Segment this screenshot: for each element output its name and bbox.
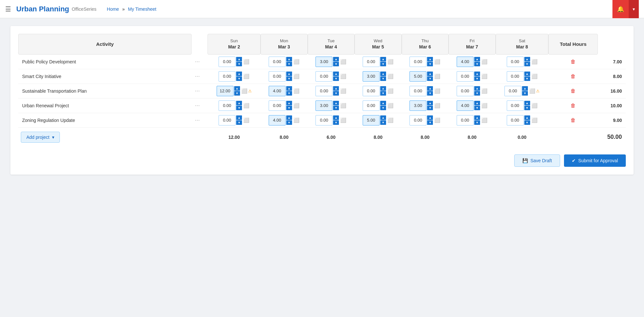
time-input-r0-d0[interactable] xyxy=(219,57,235,67)
spin-down-r3-d2[interactable]: ▼ xyxy=(333,106,339,110)
spin-up-r4-d3[interactable]: ▲ xyxy=(380,115,386,120)
note-icon-r4-d2[interactable]: ⬜ xyxy=(340,117,346,123)
dots-icon[interactable]: ··· xyxy=(195,73,200,79)
note-icon-r3-d5[interactable]: ⬜ xyxy=(481,103,488,109)
note-icon-r0-d1[interactable]: ⬜ xyxy=(293,59,300,65)
note-icon-r2-d3[interactable]: ⬜ xyxy=(387,88,394,94)
spin-up-r4-d4[interactable]: ▲ xyxy=(427,115,433,120)
spin-up-r1-d6[interactable]: ▲ xyxy=(524,72,530,76)
time-input-r3-d2[interactable] xyxy=(315,100,332,111)
spin-up-r0-d0[interactable]: ▲ xyxy=(236,57,242,61)
submit-approval-button[interactable]: ✔ Submit for Approval xyxy=(564,154,626,167)
time-input-r0-d6[interactable] xyxy=(507,57,524,67)
spin-up-r3-d6[interactable]: ▲ xyxy=(524,101,530,105)
spin-up-r4-d2[interactable]: ▲ xyxy=(333,115,339,120)
note-icon-r1-d3[interactable]: ⬜ xyxy=(387,73,394,79)
note-icon-r0-d5[interactable]: ⬜ xyxy=(481,59,488,65)
spin-down-r1-d2[interactable]: ▼ xyxy=(333,76,339,81)
spin-down-r3-d6[interactable]: ▼ xyxy=(524,106,530,110)
spin-down-r4-d4[interactable]: ▼ xyxy=(427,120,433,125)
note-icon-r3-d0[interactable]: ⬜ xyxy=(243,103,249,109)
spin-down-r1-d6[interactable]: ▼ xyxy=(524,76,530,81)
note-icon-r0-d0[interactable]: ⬜ xyxy=(243,59,249,65)
note-icon-r1-d4[interactable]: ⬜ xyxy=(434,73,440,79)
note-icon-r4-d3[interactable]: ⬜ xyxy=(387,117,394,123)
spin-up-r3-d0[interactable]: ▲ xyxy=(236,101,242,105)
time-input-r3-d0[interactable] xyxy=(219,100,235,111)
note-icon-r0-d6[interactable]: ⬜ xyxy=(531,59,538,65)
note-icon-r2-d2[interactable]: ⬜ xyxy=(340,88,346,94)
notification-bell-button[interactable]: 🔔 xyxy=(612,0,629,18)
time-input-r2-d2[interactable] xyxy=(315,86,332,96)
note-icon-r2-d4[interactable]: ⬜ xyxy=(434,88,440,94)
spin-up-r0-d3[interactable]: ▲ xyxy=(380,57,386,61)
time-input-r1-d5[interactable] xyxy=(457,71,474,82)
spin-down-r4-d0[interactable]: ▼ xyxy=(236,120,242,125)
time-input-r2-d1[interactable] xyxy=(269,86,286,96)
time-input-r3-d5[interactable] xyxy=(457,100,474,111)
dots-icon[interactable]: ··· xyxy=(195,102,200,109)
time-input-r0-d4[interactable] xyxy=(409,57,426,67)
note-icon-r2-d0[interactable]: ⬜ xyxy=(241,88,248,94)
save-draft-button[interactable]: 💾 Save Draft xyxy=(514,154,560,167)
spin-up-r4-d5[interactable]: ▲ xyxy=(474,115,480,120)
dots-icon[interactable]: ··· xyxy=(195,87,200,94)
activity-menu-0[interactable]: ··· xyxy=(192,55,208,69)
spin-up-r3-d2[interactable]: ▲ xyxy=(333,101,339,105)
note-icon-r3-d4[interactable]: ⬜ xyxy=(434,103,440,109)
spin-down-r3-d4[interactable]: ▼ xyxy=(427,106,433,110)
spin-down-r0-d1[interactable]: ▼ xyxy=(286,62,292,66)
dots-icon[interactable]: ··· xyxy=(195,117,200,123)
spin-down-r2-d0[interactable]: ▼ xyxy=(234,91,240,96)
spin-down-r3-d3[interactable]: ▼ xyxy=(380,106,386,110)
time-input-r0-d2[interactable] xyxy=(315,57,332,67)
time-input-r3-d3[interactable] xyxy=(363,100,380,111)
note-icon-r1-d0[interactable]: ⬜ xyxy=(243,73,249,79)
spin-up-r0-d4[interactable]: ▲ xyxy=(427,57,433,61)
spin-up-r0-d2[interactable]: ▲ xyxy=(333,57,339,61)
activity-menu-3[interactable]: ··· xyxy=(192,99,208,113)
spin-up-r1-d3[interactable]: ▲ xyxy=(380,72,386,76)
spin-down-r2-d6[interactable]: ▼ xyxy=(522,91,528,96)
spin-down-r1-d0[interactable]: ▼ xyxy=(236,76,242,81)
time-input-r1-d3[interactable] xyxy=(363,71,380,82)
spin-up-r0-d5[interactable]: ▲ xyxy=(474,57,480,61)
spin-down-r0-d2[interactable]: ▼ xyxy=(333,62,339,66)
spin-up-r4-d0[interactable]: ▲ xyxy=(236,115,242,120)
note-icon-r0-d2[interactable]: ⬜ xyxy=(340,59,346,65)
spin-down-r0-d0[interactable]: ▼ xyxy=(236,62,242,66)
delete-row-button-3[interactable]: 🗑 xyxy=(569,101,577,110)
spin-up-r2-d0[interactable]: ▲ xyxy=(234,86,240,91)
menu-icon[interactable]: ☰ xyxy=(5,5,11,13)
note-icon-r1-d6[interactable]: ⬜ xyxy=(531,73,538,79)
note-icon-r4-d0[interactable]: ⬜ xyxy=(243,117,249,123)
note-icon-r2-d5[interactable]: ⬜ xyxy=(481,88,488,94)
time-input-r2-d6[interactable] xyxy=(504,86,521,96)
spin-down-r2-d1[interactable]: ▼ xyxy=(286,91,292,96)
spin-up-r0-d6[interactable]: ▲ xyxy=(524,57,530,61)
spin-up-r3-d1[interactable]: ▲ xyxy=(286,101,292,105)
time-input-r0-d5[interactable] xyxy=(457,57,474,67)
spin-down-r0-d6[interactable]: ▼ xyxy=(524,62,530,66)
spin-up-r0-d1[interactable]: ▲ xyxy=(286,57,292,61)
time-input-r2-d4[interactable] xyxy=(409,86,426,96)
note-icon-r4-d1[interactable]: ⬜ xyxy=(293,117,300,123)
spin-up-r2-d4[interactable]: ▲ xyxy=(427,86,433,91)
spin-down-r4-d1[interactable]: ▼ xyxy=(286,120,292,125)
time-input-r2-d5[interactable] xyxy=(457,86,474,96)
spin-down-r4-d3[interactable]: ▼ xyxy=(380,120,386,125)
delete-row-button-0[interactable]: 🗑 xyxy=(569,58,577,66)
spin-down-r3-d5[interactable]: ▼ xyxy=(474,106,480,110)
add-project-button[interactable]: Add project ▾ xyxy=(21,132,60,143)
time-input-r2-d0[interactable] xyxy=(217,86,234,96)
time-input-r0-d3[interactable] xyxy=(363,57,380,67)
spin-down-r3-d1[interactable]: ▼ xyxy=(286,106,292,110)
breadcrumb-home[interactable]: Home xyxy=(107,7,119,12)
spin-up-r2-d5[interactable]: ▲ xyxy=(474,86,480,91)
spin-down-r2-d2[interactable]: ▼ xyxy=(333,91,339,96)
spin-down-r2-d3[interactable]: ▼ xyxy=(380,91,386,96)
spin-down-r1-d5[interactable]: ▼ xyxy=(474,76,480,81)
time-input-r3-d1[interactable] xyxy=(269,100,286,111)
note-icon-r0-d4[interactable]: ⬜ xyxy=(434,59,440,65)
spin-down-r1-d4[interactable]: ▼ xyxy=(427,76,433,81)
